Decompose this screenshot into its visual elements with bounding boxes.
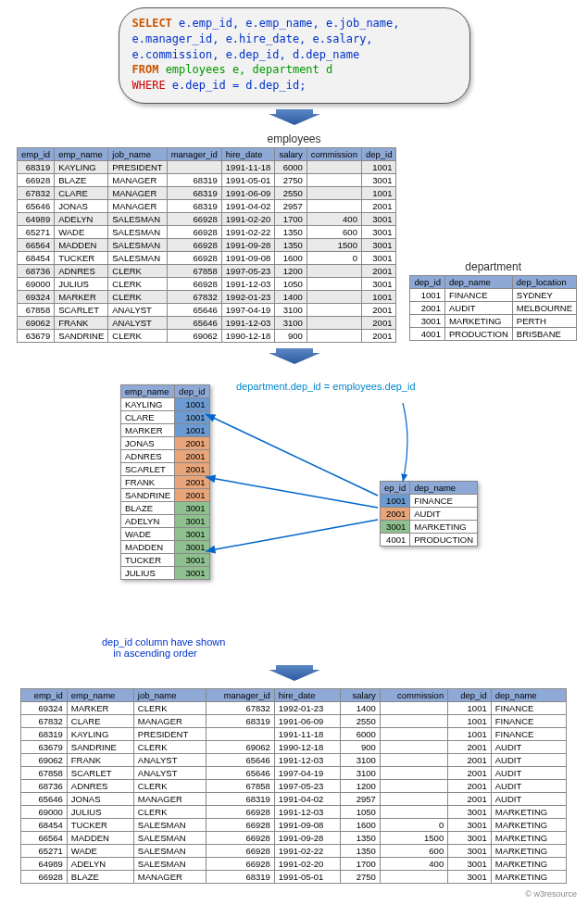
table-row: 66564MADDENSALESMAN669281991-09-28135015… [21,831,567,844]
ascending-note: dep_id column have shown in ascending or… [102,636,588,659]
table-row: 65646JONASMANAGER683191991-04-0229572001 [18,199,396,212]
department-label: department [409,260,577,273]
sql-select-kw: SELECT [132,17,172,30]
table-row: 69324MARKERCLERK678321992-01-2314001001 [18,290,396,303]
table-row: 69000JULIUSCLERK669281991-12-0310503001 [18,277,396,290]
col-header: hire_date [221,147,275,160]
table-row: 64989ADELYNSALESMAN669281991-02-20170040… [21,857,567,870]
col-header: emp_name [55,147,108,160]
col-header: dep_location [512,275,576,288]
table-row: 66564MADDENSALESMAN669281991-09-28135015… [18,238,396,251]
col-header: dep_name [410,481,478,494]
col-header: dep_name [444,275,512,288]
table-row: 66928BLAZEMANAGER683191991-05-0127503001 [18,173,396,186]
table-row: 3001MARKETINGPERTH [410,314,577,327]
col-header: salary [275,147,307,160]
result-table: emp_idemp_namejob_namemanager_idhire_dat… [20,688,567,884]
arrow-down-icon [0,346,588,366]
col-header: emp_name [67,688,133,701]
table-row: 68319KAYLINGPRESIDENT1991-11-1860001001F… [21,727,567,740]
col-header: job_name [133,688,206,701]
arrow-down-icon [0,107,588,127]
table-row: 65271WADESALESMAN669281991-02-2213506003… [18,225,396,238]
result-table-wrap: emp_idemp_namejob_namemanager_idhire_dat… [20,688,588,884]
table-row: 67858SCARLETANALYST656461997-04-19310020… [21,766,567,779]
table-row: 68736ADNRESCLERK678581997-05-2312002001A… [21,779,567,792]
table-row: 69062FRANKANALYST656461991-12-0331002001 [18,316,396,329]
sql-tables: employees e, department d [166,63,333,76]
col-header: hire_date [274,688,340,701]
col-header: manager_id [206,688,274,701]
table-row: 69000JULIUSCLERK669281991-12-0310503001M… [21,805,567,818]
table-row: 63679SANDRINECLERK690621990-12-189002001 [18,329,396,342]
table-row: 68454TUCKERSALESMAN669281991-09-08160003… [18,251,396,264]
table-row: 65646JONASMANAGER683191991-04-0229572001… [21,792,567,805]
arrow-down-icon [0,662,588,683]
table-row: 68454TUCKERSALESMAN669281991-09-08160003… [21,818,567,831]
col-header: dep_id [448,688,492,701]
department-table-wrap: department dep_iddep_namedep_location100… [409,258,577,341]
table-row: 4001PRODUCTIONBRISBANE [410,327,577,340]
sql-from-kw: FROM [132,63,159,76]
sql-columns: e.emp_id, e.emp_name, e.job_name, e.mana… [132,17,400,61]
join-diagram: department.dep_id = employees.dep_id emp… [0,371,588,631]
join-arrows-icon [194,384,417,597]
col-header: commission [380,688,447,701]
table-row: 67832CLAREMANAGER683191991-06-0925501001 [18,186,396,199]
table-row: 63679SANDRINECLERK690621990-12-189002001… [21,740,567,753]
table-row: 1001FINANCESYDNEY [410,288,577,301]
credit-text: © w3resource [0,884,588,908]
sql-where-kw: WHERE [132,79,166,92]
table-row: 68319KAYLINGPRESIDENT1991-11-1860001001 [18,160,396,173]
table-row: 69062FRANKANALYST656461991-12-0331002001… [21,753,567,766]
col-header: salary [341,688,381,701]
employees-table: emp_idemp_namejob_namemanager_idhire_dat… [17,147,396,343]
table-row: 65271WADESALESMAN669281991-02-2213506003… [21,844,567,857]
col-header: emp_name [121,384,175,397]
col-header: job_name [108,147,167,160]
col-header: emp_id [18,147,55,160]
col-header: dep_id [410,275,445,288]
sql-condition: e.dep_id = d.dep_id; [172,79,307,92]
col-header: dep_name [491,688,566,701]
col-header: manager_id [167,147,221,160]
table-row: 69324MARKERCLERK678321992-01-2314001001F… [21,701,567,714]
table-row: 67832CLAREMANAGER683191991-06-0925501001… [21,714,567,727]
svg-line-2 [206,520,378,551]
col-header: dep_id [361,147,396,160]
col-header: commission [307,147,361,160]
table-row: 66928BLAZEMANAGER683191991-05-0127503001… [21,870,567,883]
svg-line-1 [206,477,378,508]
table-row: 68736ADNRESCLERK678581997-05-2312002001 [18,264,396,277]
employees-label: employees [0,132,588,145]
col-header: emp_id [21,688,68,701]
svg-line-0 [206,414,378,496]
table-row: 64989ADELYNSALESMAN669281991-02-20170040… [18,212,396,225]
sql-query-box: SELECT e.emp_id, e.emp_name, e.job_name,… [119,7,470,104]
table-row: 67858SCARLETANALYST656461997-04-19310020… [18,303,396,316]
table-row: 2001AUDITMELBOURNE [410,301,577,314]
department-table: dep_iddep_namedep_location1001FINANCESYD… [409,275,577,341]
